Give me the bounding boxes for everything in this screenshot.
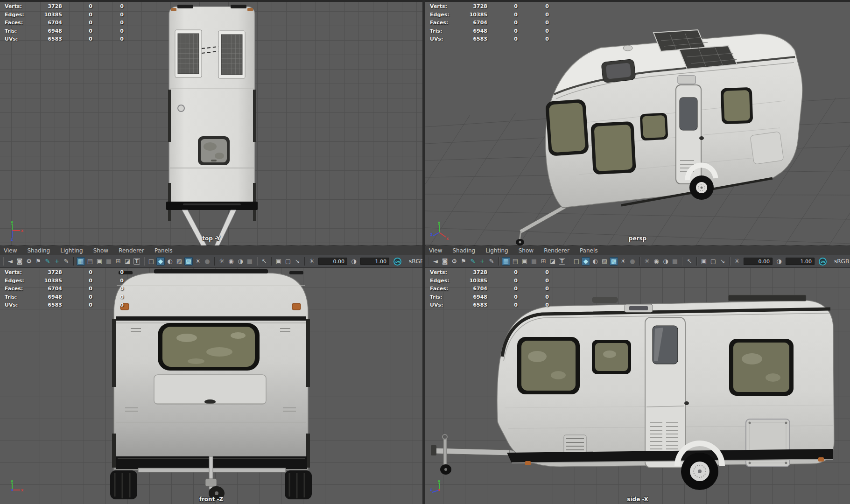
- hud-row: Edges: 10385 0 0: [5, 278, 131, 286]
- camera-attributes-icon[interactable]: ⚙: [25, 257, 33, 266]
- toolbar-separator: [144, 257, 144, 266]
- safe-action-icon[interactable]: ◪: [548, 257, 557, 266]
- viewport-camera-icon[interactable]: ◄: [6, 257, 14, 266]
- gamma-input[interactable]: 1.00: [360, 258, 389, 265]
- menu-shading[interactable]: Shading: [452, 247, 475, 254]
- menu-show[interactable]: Show: [519, 247, 534, 254]
- safe-title-icon[interactable]: T: [559, 258, 565, 265]
- two-sided-lighting-icon[interactable]: ◉: [652, 257, 660, 266]
- wireframe-on-shaded-icon[interactable]: ▩: [610, 257, 618, 266]
- svg-text:x: x: [446, 237, 449, 241]
- viewport-top-canvas[interactable]: Verts: 3728 0 0 Edges: 10385 0 0 Faces:: [0, 2, 422, 245]
- viewport-front-canvas[interactable]: Verts: 3728 0 0 Edges: 10385 0 0 Faces:: [0, 268, 422, 504]
- flat-shade-icon[interactable]: ◐: [166, 257, 174, 266]
- motion-blur-icon[interactable]: ■: [246, 257, 254, 266]
- exposure-toggle[interactable]: ON: [393, 258, 401, 266]
- gamma-input[interactable]: 1.00: [786, 258, 815, 265]
- pan-zoom-icon[interactable]: ✎: [43, 257, 52, 266]
- pan-zoom-icon[interactable]: ✎: [469, 257, 477, 266]
- menu-view[interactable]: View: [429, 247, 442, 254]
- pane-persp-view: Verts: 3728 0 0 Edges: 10385 0 0 Faces:: [425, 2, 850, 245]
- exposure-icon[interactable]: ✳: [733, 257, 741, 266]
- viewport-persp-canvas[interactable]: Verts: 3728 0 0 Edges: 10385 0 0 Faces:: [425, 2, 850, 245]
- default-lighting-icon[interactable]: ☀: [194, 257, 202, 266]
- panel-toolbar: ◄◙⚙⚑ ✎+✎ ▦▤▣■⊞◪T □◆◐▨▩☀● ☼◉◑■ ↖ ▣▢↘ ✳ 0.…: [0, 255, 422, 268]
- motion-blur-icon[interactable]: ■: [671, 257, 679, 266]
- gate-mask-icon[interactable]: ■: [105, 257, 113, 266]
- smooth-shade-icon[interactable]: ◆: [582, 257, 590, 266]
- menu-shading[interactable]: Shading: [27, 247, 50, 254]
- field-chart-icon[interactable]: ⊞: [539, 257, 548, 266]
- pane-divider[interactable]: [422, 0, 425, 504]
- menu-view[interactable]: View: [4, 247, 17, 254]
- isolate-select-icon[interactable]: ▣: [274, 257, 283, 266]
- viewport-side-canvas[interactable]: Verts: 3728 0 0 Edges: 10385 0 0 Faces:: [425, 268, 850, 504]
- bookmark-icon[interactable]: ⚑: [459, 257, 468, 266]
- menu-show[interactable]: Show: [93, 247, 108, 254]
- flat-shade-icon[interactable]: ◐: [591, 257, 599, 266]
- grease-pencil-icon[interactable]: ✎: [62, 257, 70, 266]
- lock-camera-icon[interactable]: ◙: [15, 257, 24, 266]
- all-lights-icon[interactable]: ☼: [643, 257, 651, 266]
- lock-camera-icon[interactable]: ◙: [441, 257, 449, 266]
- safe-title-icon[interactable]: T: [133, 258, 140, 265]
- all-lights-icon[interactable]: ☼: [218, 257, 226, 266]
- toolbar-separator: [214, 257, 215, 266]
- grease-pencil-icon[interactable]: ✎: [487, 257, 496, 266]
- default-lighting-icon[interactable]: ☀: [619, 257, 627, 266]
- wireframe-on-shaded-icon[interactable]: ▩: [184, 257, 193, 266]
- camera-attributes-icon[interactable]: ⚙: [450, 257, 458, 266]
- menu-panels[interactable]: Panels: [580, 247, 598, 254]
- grid-icon[interactable]: ▦: [77, 257, 85, 266]
- wireframe-icon[interactable]: □: [147, 257, 155, 266]
- zoom-selected-icon[interactable]: ↘: [718, 257, 727, 266]
- exposure-toggle[interactable]: ON: [819, 258, 827, 266]
- marquee-select-icon[interactable]: ↖: [685, 257, 694, 266]
- gamma-icon[interactable]: ◑: [775, 257, 783, 266]
- gate-mask-icon[interactable]: ■: [530, 257, 538, 266]
- textured-icon[interactable]: ▨: [175, 257, 183, 266]
- hud-row: Verts: 3728 0 0: [430, 3, 556, 12]
- menu-renderer[interactable]: Renderer: [544, 247, 569, 254]
- panel-menubar: ViewShadingLightingShowRendererPanels: [0, 245, 422, 255]
- resolution-gate-icon[interactable]: ▣: [95, 257, 104, 266]
- menu-lighting[interactable]: Lighting: [60, 247, 83, 254]
- marquee-select-icon[interactable]: ↖: [260, 257, 268, 266]
- safe-action-icon[interactable]: ◪: [123, 257, 132, 266]
- ambient-occlusion-icon[interactable]: ◑: [236, 257, 245, 266]
- film-gate-icon[interactable]: ▤: [86, 257, 94, 266]
- move-pivot-icon[interactable]: +: [53, 257, 61, 266]
- field-chart-icon[interactable]: ⊞: [114, 257, 122, 266]
- svg-text:x: x: [21, 488, 24, 492]
- textured-icon[interactable]: ▨: [600, 257, 609, 266]
- isolate-select-icon[interactable]: ▣: [700, 257, 708, 266]
- bookmark-icon[interactable]: ⚑: [34, 257, 42, 266]
- shadows-icon[interactable]: ●: [203, 257, 211, 266]
- grid-icon[interactable]: ▦: [502, 257, 510, 266]
- toggle-on-label: ON: [395, 260, 400, 263]
- move-pivot-icon[interactable]: +: [478, 257, 486, 266]
- svg-text:y: y: [438, 479, 441, 483]
- menu-renderer[interactable]: Renderer: [119, 247, 144, 254]
- exposure-icon[interactable]: ✳: [308, 257, 316, 266]
- viewport-camera-icon[interactable]: ◄: [431, 257, 440, 266]
- exposure-input[interactable]: 0.00: [744, 258, 773, 265]
- resolution-gate-icon[interactable]: ▣: [520, 257, 529, 266]
- film-gate-icon[interactable]: ▤: [511, 257, 520, 266]
- menu-lighting[interactable]: Lighting: [485, 247, 508, 254]
- exposure-input[interactable]: 0.00: [318, 258, 347, 265]
- ambient-occlusion-icon[interactable]: ◑: [661, 257, 670, 266]
- menu-panels[interactable]: Panels: [155, 247, 173, 254]
- smooth-shade-icon[interactable]: ◆: [156, 257, 165, 266]
- wireframe-icon[interactable]: □: [572, 257, 581, 266]
- svg-text:y: y: [438, 221, 441, 225]
- hud-row: Faces: 6704 0 0: [5, 286, 131, 294]
- colorspace-select[interactable]: sRGB gamma: [830, 258, 850, 265]
- isolate-add-icon[interactable]: ▢: [284, 257, 292, 266]
- two-sided-lighting-icon[interactable]: ◉: [227, 257, 235, 266]
- shadows-icon[interactable]: ●: [628, 257, 637, 266]
- colorspace-select[interactable]: sRGB gamma: [405, 258, 422, 265]
- gamma-icon[interactable]: ◑: [350, 257, 358, 266]
- zoom-selected-icon[interactable]: ↘: [293, 257, 302, 266]
- isolate-add-icon[interactable]: ▢: [709, 257, 717, 266]
